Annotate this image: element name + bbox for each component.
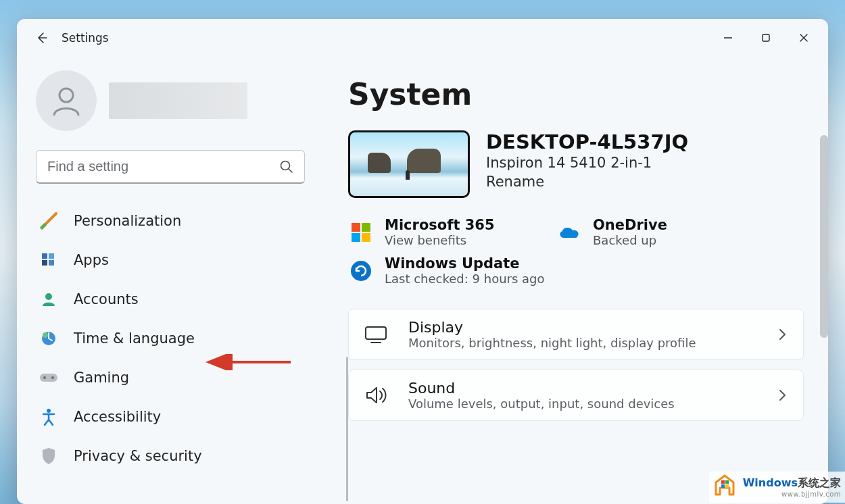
device-model: Inspiron 14 5410 2-in-1 bbox=[486, 155, 688, 171]
minimize-button[interactable] bbox=[709, 24, 747, 51]
svg-point-2 bbox=[59, 89, 73, 102]
svg-rect-12 bbox=[40, 374, 57, 382]
titlebar: Settings bbox=[17, 19, 828, 57]
device-name: DESKTOP-4L537JQ bbox=[486, 130, 688, 153]
svg-rect-26 bbox=[721, 484, 725, 488]
chevron-right-icon bbox=[777, 388, 787, 402]
back-arrow-icon bbox=[35, 31, 49, 45]
svg-rect-16 bbox=[352, 223, 360, 232]
sidebar-item-time-language[interactable]: Time & language bbox=[36, 319, 332, 358]
device-info: DESKTOP-4L537JQ Inspiron 14 5410 2-in-1 … bbox=[486, 130, 688, 190]
watermark-brand-1: Windows bbox=[743, 476, 798, 489]
sidebar: Personalization Apps Accounts bbox=[17, 57, 348, 504]
tile-title: Windows Update bbox=[385, 255, 545, 272]
accessibility-icon bbox=[39, 407, 59, 427]
paintbrush-icon bbox=[39, 211, 59, 231]
profile-block[interactable] bbox=[36, 70, 332, 131]
svg-point-11 bbox=[43, 332, 48, 338]
close-icon bbox=[799, 33, 808, 43]
watermark-logo-icon bbox=[710, 473, 739, 501]
sidebar-item-label: Gaming bbox=[74, 370, 129, 386]
user-name-redacted bbox=[109, 82, 247, 119]
svg-rect-18 bbox=[352, 233, 360, 242]
svg-rect-1 bbox=[763, 34, 769, 41]
sidebar-item-accessibility[interactable]: Accessibility bbox=[36, 397, 332, 436]
display-icon bbox=[362, 321, 389, 348]
card-sound[interactable]: Sound Volume levels, output, input, soun… bbox=[348, 370, 804, 421]
svg-rect-8 bbox=[49, 260, 54, 266]
svg-rect-7 bbox=[42, 260, 47, 266]
update-icon bbox=[348, 258, 374, 284]
accounts-icon bbox=[39, 289, 59, 309]
sidebar-item-label: Personalization bbox=[74, 213, 181, 229]
tile-onedrive[interactable]: OneDrive Backed up bbox=[556, 217, 732, 247]
window-controls bbox=[709, 24, 823, 51]
back-button[interactable] bbox=[30, 26, 53, 49]
maximize-button[interactable] bbox=[747, 24, 785, 51]
svg-point-13 bbox=[43, 376, 46, 379]
rename-link[interactable]: Rename bbox=[486, 174, 544, 190]
watermark-brand-2: 系统之家 bbox=[798, 476, 841, 489]
minimize-icon bbox=[723, 33, 733, 43]
search-input[interactable] bbox=[36, 150, 305, 184]
tile-title: OneDrive bbox=[593, 217, 667, 233]
svg-point-15 bbox=[47, 409, 51, 413]
svg-rect-19 bbox=[362, 233, 370, 242]
sound-icon bbox=[362, 382, 389, 409]
onedrive-icon bbox=[556, 220, 582, 245]
sidebar-item-label: Time & language bbox=[74, 330, 195, 347]
search-icon bbox=[279, 159, 294, 174]
page-title: System bbox=[348, 77, 828, 111]
svg-rect-24 bbox=[721, 480, 725, 484]
card-title: Display bbox=[408, 319, 758, 336]
sidebar-item-label: Privacy & security bbox=[74, 448, 202, 464]
content: System DESKTOP-4L537JQ Inspiron 14 5410 … bbox=[348, 57, 828, 504]
content-scrollbar[interactable] bbox=[820, 135, 828, 338]
window-title: Settings bbox=[62, 31, 109, 45]
sidebar-item-label: Accounts bbox=[74, 291, 139, 307]
watermark: Windows系统之家 www.bjjmlv.com bbox=[709, 472, 845, 503]
gaming-icon bbox=[39, 368, 59, 388]
sidebar-item-personalization[interactable]: Personalization bbox=[36, 201, 332, 241]
microsoft-logo-icon bbox=[348, 220, 374, 245]
tile-windows-update[interactable]: Windows Update Last checked: 9 hours ago bbox=[348, 255, 828, 286]
tile-sub: Last checked: 9 hours ago bbox=[385, 272, 545, 286]
chevron-right-icon bbox=[777, 328, 787, 341]
svg-rect-17 bbox=[362, 223, 370, 232]
card-display[interactable]: Display Monitors, brightness, night ligh… bbox=[348, 309, 804, 360]
tile-microsoft-365[interactable]: Microsoft 365 View benefits bbox=[348, 217, 524, 247]
card-title: Sound bbox=[408, 380, 758, 397]
sidebar-item-label: Apps bbox=[74, 252, 109, 268]
settings-window: Settings bbox=[17, 19, 828, 504]
desktop-thumbnail[interactable] bbox=[348, 130, 470, 198]
nav: Personalization Apps Accounts bbox=[36, 201, 332, 476]
maximize-icon bbox=[761, 33, 771, 43]
sidebar-item-gaming[interactable]: Gaming bbox=[36, 358, 332, 397]
settings-cards: Display Monitors, brightness, night ligh… bbox=[348, 309, 828, 421]
device-row: DESKTOP-4L537JQ Inspiron 14 5410 2-in-1 … bbox=[348, 130, 828, 198]
sidebar-item-accounts[interactable]: Accounts bbox=[36, 280, 332, 319]
svg-rect-25 bbox=[725, 480, 729, 484]
person-icon bbox=[49, 83, 84, 118]
card-sub: Monitors, brightness, night light, displ… bbox=[408, 336, 758, 350]
svg-rect-21 bbox=[366, 327, 386, 339]
avatar bbox=[36, 70, 97, 131]
shield-icon bbox=[39, 446, 59, 466]
watermark-url: www.bjjmlv.com bbox=[743, 490, 841, 498]
svg-rect-27 bbox=[725, 484, 729, 488]
tile-title: Microsoft 365 bbox=[385, 217, 495, 233]
card-sub: Volume levels, output, input, sound devi… bbox=[408, 397, 758, 411]
svg-point-9 bbox=[45, 293, 52, 300]
svg-point-20 bbox=[351, 261, 371, 281]
close-button[interactable] bbox=[785, 24, 823, 51]
sidebar-item-privacy[interactable]: Privacy & security bbox=[36, 436, 332, 476]
svg-rect-5 bbox=[42, 253, 47, 259]
tile-sub: View benefits bbox=[385, 233, 495, 247]
svg-line-4 bbox=[289, 169, 292, 172]
svg-rect-6 bbox=[49, 253, 54, 259]
search-wrap bbox=[36, 150, 332, 184]
sidebar-item-apps[interactable]: Apps bbox=[36, 241, 332, 280]
tile-sub: Backed up bbox=[593, 233, 667, 247]
status-tiles: Microsoft 365 View benefits OneDrive Bac… bbox=[348, 217, 828, 286]
apps-icon bbox=[39, 250, 59, 270]
